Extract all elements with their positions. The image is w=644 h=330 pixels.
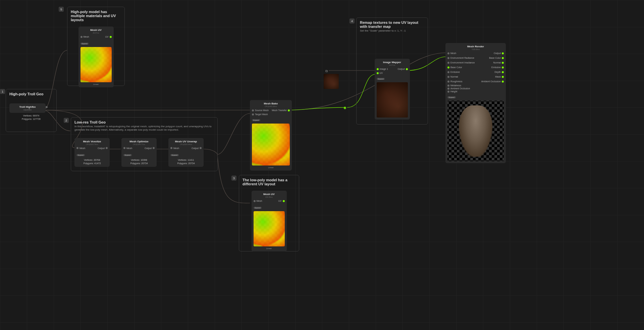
step-badge-3: 3	[231, 176, 236, 181]
port-depth[interactable]: Depth	[494, 71, 504, 73]
port-image1[interactable]: Image 1	[377, 68, 388, 70]
port-env-rad[interactable]: Environment Radiance	[447, 57, 474, 59]
node-image-mapper[interactable]: Image Mapper 14.07ms Image 1 Output UV E…	[375, 59, 410, 120]
group-highpoly-multi[interactable]: High-poly model has multiple materials a…	[67, 7, 125, 86]
port-target-mesh[interactable]: Target Mesh	[252, 113, 290, 115]
step-badge-1: 1	[0, 89, 5, 94]
expand-button[interactable]: Expand	[252, 119, 260, 121]
port-mesh[interactable]: Mesh	[447, 52, 456, 54]
group-highpoly-troll[interactable]: High-poly Troll Geo Troll Highfbx mesh/f…	[6, 89, 57, 132]
bake-preview	[252, 124, 290, 166]
node-mesh-optimize[interactable]: Mesh Optimize CPU|1394.77ms Mesh Output …	[121, 138, 157, 167]
group-title: High-poly model has multiple materials a…	[71, 10, 121, 22]
group-remap[interactable]: Remap textures to new UV layout with tra…	[356, 17, 428, 125]
expand-button[interactable]: Expand	[76, 154, 85, 156]
group-title: The low-poly model has a different UV la…	[243, 178, 289, 186]
port-mesh-in[interactable]: Mesh	[170, 147, 179, 149]
port-basecolor[interactable]: Base Color	[447, 66, 462, 68]
group-lowpoly-uv[interactable]: The low-poly model has a different UV la…	[239, 175, 299, 251]
port-emissive[interactable]: Emissive	[447, 71, 460, 73]
port-env-irr[interactable]: Environment Irradiance	[447, 61, 475, 64]
group-title: Low-res Troll Geo	[74, 120, 214, 124]
port-mesh-in[interactable]: Mesh	[254, 200, 262, 202]
output-port[interactable]	[46, 106, 48, 108]
node-texture-thumbnail[interactable]	[324, 74, 339, 89]
step-badge-2: 2	[64, 118, 69, 123]
node-mesh-bake[interactable]: Mesh Bake CPU|1405.38ms Source Mesh Mesh…	[250, 100, 292, 171]
port-output[interactable]: Output	[192, 147, 202, 149]
port-roughness[interactable]: Roughness	[447, 80, 462, 83]
port-uv-in[interactable]: UV	[377, 72, 408, 74]
expand-button[interactable]: Expand	[80, 43, 89, 45]
port-uv-out[interactable]: UV	[105, 36, 112, 38]
step-badge-5: 5	[59, 7, 64, 12]
port-output[interactable]: Output	[98, 147, 108, 149]
expand-button[interactable]: Expand	[123, 154, 132, 156]
group-desc: In this workflow, InstaMAT is retopologi…	[74, 125, 212, 132]
port-mesh-in[interactable]: Mesh	[76, 147, 85, 149]
port-uv-out[interactable]: UV	[278, 200, 285, 202]
mapper-preview	[377, 82, 408, 117]
node-mesh-uv-unwrap[interactable]: Mesh UV Unwrap CPU|3500.94ms Mesh Output…	[168, 138, 204, 167]
step-badge-4: 4	[350, 18, 355, 23]
expand-button[interactable]: Expand	[254, 207, 262, 209]
node-mesh-uv-2[interactable]: Mesh UV 210.35ms Mesh UV Expand Linear	[252, 191, 287, 251]
expand-button[interactable]: Expand	[170, 154, 179, 156]
texture-preview	[324, 74, 339, 89]
group-title: Remap textures to new UV layout with tra…	[360, 20, 424, 29]
port-output[interactable]: Output	[494, 52, 504, 54]
port-ao[interactable]: Ambient Occlusion	[447, 87, 504, 90]
port-emissive-out[interactable]: Emissive	[491, 66, 504, 68]
port-source-mesh[interactable]: Source Mesh	[252, 109, 269, 111]
port-output[interactable]: Output	[397, 68, 408, 70]
port-output[interactable]: Output	[145, 147, 155, 149]
node-troll-highfbx[interactable]: Troll Highfbx mesh/fbx	[9, 103, 46, 113]
port-normal[interactable]: Normal	[447, 76, 458, 78]
node-mesh-render[interactable]: Mesh Render 7338.68ms MeshOutput Environ…	[445, 43, 506, 163]
render-preview	[447, 101, 504, 161]
group-desc: Set the "Scale" parameter to x: 1, Y: -1	[360, 29, 424, 33]
mesh-stats: Vertices: 66974 Polygons: 127739	[9, 114, 53, 121]
port-mesh-transfer[interactable]: Mesh Transfer	[272, 109, 290, 111]
port-mesh-in[interactable]: Mesh	[80, 36, 89, 38]
uv-preview	[254, 211, 285, 246]
group-title: High-poly Troll Geo	[9, 92, 53, 96]
node-mesh-voxelize[interactable]: Mesh Voxelize CPU|3200.76ms Mesh Output …	[74, 138, 110, 167]
port-normal-out[interactable]: Normal	[493, 61, 504, 64]
uv-preview	[80, 47, 112, 82]
port-mask[interactable]: Mask	[495, 76, 504, 78]
expand-button[interactable]: Expand	[447, 96, 456, 98]
port-mesh-in[interactable]: Mesh	[123, 147, 132, 149]
port-metalness[interactable]: Metalness	[447, 84, 504, 87]
port-ao-out[interactable]: Ambient Occlusion	[481, 80, 504, 83]
node-mesh-uv-1[interactable]: Mesh UV 29.07ms Mesh UV Expand Linear	[78, 27, 114, 87]
group-lowres-troll[interactable]: Low-res Troll Geo In this workflow, Inst…	[71, 117, 218, 171]
expand-button[interactable]: Expand	[377, 78, 385, 80]
relay-transfer-icon: ◉	[343, 106, 346, 109]
relay-icon: ⧉	[325, 69, 328, 73]
port-height[interactable]: Height	[447, 90, 504, 93]
port-basecolor-out[interactable]: Base Color	[489, 57, 504, 59]
